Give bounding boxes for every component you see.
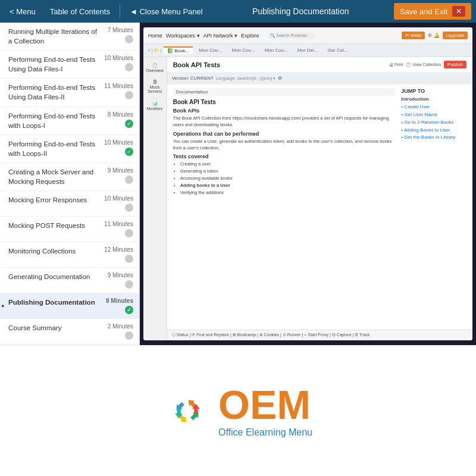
tests-list: Creating a userGenerating a tokenAccessi… <box>173 161 396 196</box>
sidebar-item-text: Performing End-to-end Tests Using Data F… <box>8 55 101 74</box>
sidebar-item-status <box>125 203 133 212</box>
active-tab[interactable]: 📗 Book... <box>164 46 193 54</box>
postman-bottom-bar: ⬡ Status | ⟳ Find and Replace | ⊞ Bootca… <box>167 330 473 340</box>
view-collection-btn[interactable]: 📋 View Collection <box>406 62 441 67</box>
sidebar-item-meta: 10 Minutes✓ <box>101 139 133 156</box>
sidebar-item[interactable]: Creating a Mock Server and Mocking Reque… <box>0 163 139 191</box>
jump-to-item[interactable]: • Get the Books in Library <box>401 134 466 142</box>
sidebar-item-meta: 11 Minutes <box>101 221 133 237</box>
sidebar-item-meta: 11 Minutes <box>101 83 133 99</box>
sidebar-item[interactable]: Performing End-to-end Tests Using Data F… <box>0 79 139 107</box>
postman-workspaces[interactable]: Workspaces ▾ <box>166 33 200 39</box>
oem-letter-m: M <box>277 382 311 427</box>
close-panel-button[interactable]: ◄ Close Menu Panel <box>125 5 208 18</box>
tab-item[interactable]: Mon Cou... <box>195 47 226 54</box>
doc-main-title: Book API Tests <box>173 99 396 105</box>
language-select[interactable]: Language: JavaScript - jQuery ▾ <box>216 76 276 81</box>
top-navbar: < Menu Table of Contents ◄ Close Menu Pa… <box>0 0 476 23</box>
upgrade-button[interactable]: Upgrade <box>443 32 468 39</box>
sidebar-item-status <box>125 331 133 340</box>
oem-letter-e: E <box>250 382 277 427</box>
oem-letters: OEM <box>218 384 312 425</box>
oem-arrows-icon <box>164 387 211 435</box>
sidebar-item[interactable]: Performing End-to-end Tests with Loops-I… <box>0 135 139 163</box>
postman-topbar-right: ✏ Write ⚙ 🔔 Upgrade <box>402 32 468 39</box>
jump-to-item[interactable]: • Adding Books to User <box>401 127 466 134</box>
sidebar-item-meta: 12 Minutes <box>101 246 133 263</box>
sidebar-item-status <box>125 91 133 99</box>
sidebar-item-text: Generating Documentation <box>8 272 101 281</box>
sidebar-item-text: Performing End-to-end Tests Using Data F… <box>8 83 101 102</box>
postman-preview: Home Workspaces ▾ API Network ▾ Explore … <box>140 23 476 345</box>
sidebar-item-time: 2 Minutes <box>108 323 133 330</box>
postman-header-actions: 🖨 Print 📋 View Collection Publish <box>389 61 466 68</box>
sidebar-item[interactable]: Course Summary2 Minutes <box>0 319 139 345</box>
sidebar-item-time: 9 Minutes <box>108 272 133 278</box>
jump-to-item[interactable]: • Get User Name <box>401 111 466 119</box>
sidebar-item-text: Mocking POST Requests <box>8 221 101 230</box>
sidebar-item-text: Monitoring Collections <box>8 246 101 256</box>
oem-text-group: OEM Office Elearning Menu <box>218 384 312 438</box>
sidebar-item-text: Running Multiple Iterations of a Collect… <box>8 27 101 46</box>
documenter-label: Documentation <box>173 88 396 96</box>
sidebar-item-status: ✓ <box>125 306 133 314</box>
print-icon[interactable]: 🖨 Print <box>389 62 403 67</box>
write-button[interactable]: ✏ Write <box>402 32 425 39</box>
postman-explore[interactable]: Explore <box>241 33 259 39</box>
jump-to-item[interactable]: • Go to 2 Random Books <box>401 119 466 127</box>
jump-to-item[interactable]: • Create User <box>401 104 466 111</box>
toc-label: Table of Contents <box>50 7 110 16</box>
sidebar-item[interactable]: Generating Documentation9 Minutes <box>0 268 139 293</box>
postman-doc-content: Book API Tests 🖨 Print 📋 View Collection… <box>167 57 473 340</box>
sidebar-item[interactable]: Performing End-to-end Tests with Loops-I… <box>0 107 139 135</box>
postman-doc-body: Documentation Book API Tests Book APIs T… <box>167 84 473 330</box>
sidebar-item-meta: 8 Minutes✓ <box>101 111 133 128</box>
postman-collection-name: Book API Tests <box>173 61 220 68</box>
toc-button[interactable]: Table of Contents <box>45 5 115 18</box>
sidebar-item-time: 10 Minutes <box>104 195 133 202</box>
oem-letter-o: O <box>218 382 250 427</box>
topbar-icons: ⚙ 🔔 <box>428 33 439 38</box>
sidebar-item-meta: 9 Minutes <box>101 167 133 184</box>
sidebar-item-time: 10 Minutes <box>104 55 133 61</box>
postman-doc-aside: JUMP TO Introduction • Create User• Get … <box>401 88 466 326</box>
postman-home[interactable]: Home <box>148 33 162 39</box>
postman-api-network[interactable]: API Network ▾ <box>203 33 238 39</box>
menu-label: < Menu <box>10 7 36 16</box>
oem-section: OEM Office Elearning Menu <box>0 345 476 476</box>
save-exit-button[interactable]: Save and Exit ✕ <box>394 3 471 20</box>
operations-text: You can create a User, generate an authe… <box>173 138 396 152</box>
sidebar-item-time: 8 Minutes <box>108 111 133 118</box>
sidebar-item[interactable]: Mocking POST Requests11 Minutes <box>0 217 139 242</box>
sidebar-item-text: Course Summary <box>8 323 101 333</box>
nav-title: Publishing Documentation <box>212 7 389 16</box>
settings-icon[interactable]: ⚙ <box>278 76 282 81</box>
postman-title-row: Book API Tests 🖨 Print 📋 View Collection… <box>173 61 467 68</box>
sidebar-item[interactable]: Mocking Error Responses10 Minutes <box>0 191 139 217</box>
oem-tagline: Office Elearning Menu <box>218 427 312 438</box>
tab-item3[interactable]: Mon Cou... <box>261 47 292 54</box>
jump-to-intro: Introduction <box>401 96 466 102</box>
sidebar-icon-monitors[interactable]: 📊 Monitors <box>146 99 163 113</box>
menu-button[interactable]: < Menu <box>5 5 40 18</box>
postman-topbar: Home Workspaces ▾ API Network ▾ Explore … <box>143 27 473 44</box>
tab-item5[interactable]: Gar Cel... <box>324 47 351 54</box>
publish-button[interactable]: Publish <box>444 61 466 68</box>
test-list-item: Creating a user <box>180 161 396 168</box>
sidebar-item-meta: 7 Minutes <box>101 27 133 43</box>
sidebar-icon-overview[interactable]: 📋 Overview <box>146 61 163 75</box>
test-list-item: Verifying the additions <box>180 189 396 196</box>
sidebar-item[interactable]: Performing End-to-end Tests Using Data F… <box>0 51 139 79</box>
sidebar-icon-mock[interactable]: 🗄 Mock Servers <box>146 80 163 94</box>
sidebar-item[interactable]: Publishing Documentation8 Minutes✓ <box>0 293 139 319</box>
sidebar-item-meta: 8 Minutes✓ <box>101 298 133 314</box>
intro-heading: Book APIs <box>173 108 396 114</box>
sidebar-item[interactable]: Running Multiple Iterations of a Collect… <box>0 23 139 51</box>
sidebar-item[interactable]: Monitoring Collections12 Minutes <box>0 242 139 268</box>
tab-item2[interactable]: Mon Cou... <box>228 47 258 54</box>
operations-heading: Operations that can be performed <box>173 131 396 137</box>
status-items: ⬡ Status | ⟳ Find and Replace | ⊞ Bootca… <box>172 333 370 337</box>
version-label: Version: CURRENT <box>172 76 214 81</box>
tab-item4[interactable]: Mor Del... <box>294 47 322 54</box>
sidebar-item-status: ✓ <box>125 120 133 128</box>
